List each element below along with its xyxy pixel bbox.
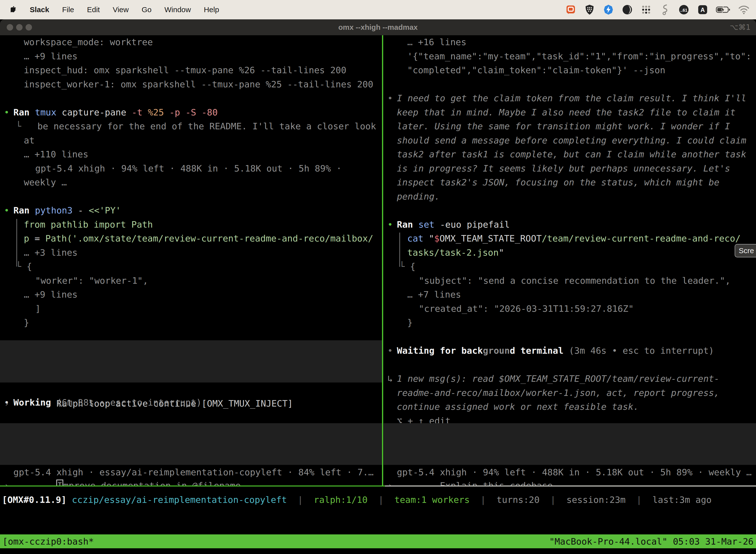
- text-segment: inspect task2's JSON, focusing on the st…: [397, 177, 719, 187]
- terminal-line: ↳1 new msg(s): read $OMX_TEAM_STATE_ROOT…: [383, 372, 756, 386]
- terminal-line: •Ran tmux capture-pane -t %25 -p -S -80: [0, 106, 382, 120]
- menu-item-slack[interactable]: Slack: [25, 5, 56, 14]
- text-segment: Ran: [13, 107, 35, 117]
- text-segment: '{"team_name":"my-team","task_id":"1","f…: [407, 51, 751, 61]
- output-connector-line: [16, 219, 17, 267]
- right-pane-output: … +16 lines'{"team_name":"my-team","task…: [383, 35, 756, 428]
- text-segment: task2 after task1 is complete, but can I…: [397, 149, 746, 159]
- menu-item-window[interactable]: Window: [158, 5, 197, 14]
- terminal-line: continue assigned work or next feasible …: [383, 400, 756, 414]
- terminal-line: [383, 358, 756, 372]
- text-segment: <<'PY': [88, 205, 121, 215]
- agent-pane-right[interactable]: … +16 lines'{"team_name":"my-team","task…: [383, 35, 756, 486]
- terminal-line: cat "$OMX_TEAM_STATE_ROOT/team/review-cu…: [383, 232, 756, 246]
- terminal-line: from pathlib import Path: [0, 218, 382, 232]
- shield-grid-icon[interactable]: [584, 4, 595, 15]
- text-segment: I need to get the claim token from the c…: [397, 93, 746, 103]
- terminal-line: [0, 91, 382, 106]
- text-segment: session:23m: [567, 495, 626, 505]
- text-segment: |: [470, 495, 497, 505]
- terminal-line: "created_at": "2026-03-31T11:59:27.816Z": [383, 302, 756, 316]
- dots-grid-icon[interactable]: [640, 4, 652, 15]
- text-segment: inspect_worker-1: omx sparkshell --tmux-…: [24, 79, 373, 89]
- wifi-icon[interactable]: [738, 4, 750, 15]
- menu-item-file[interactable]: File: [56, 5, 80, 14]
- window-title: omx --xhigh --madmax: [0, 19, 756, 35]
- text-segment: |: [368, 495, 394, 505]
- text-segment: /team/review-current-readme-and-reco/: [542, 233, 741, 243]
- badge-61-label: ..61: [680, 8, 687, 13]
- text-segment: └: [16, 261, 26, 272]
- text-segment: -t: [132, 107, 148, 117]
- text-segment: }: [24, 318, 29, 328]
- terminal-line: •I need to get the claim token from the …: [383, 91, 756, 106]
- text-segment: %25: [148, 107, 170, 117]
- agent-pane-left[interactable]: workspace_mode: worktree… +9 linesinspec…: [0, 35, 382, 486]
- battery-charging-icon[interactable]: [716, 4, 731, 15]
- text-segment: └: [399, 261, 410, 272]
- input-source-a-icon[interactable]: A: [697, 4, 708, 15]
- text-segment: p: [24, 233, 35, 243]
- text-segment: team:1 workers: [394, 495, 469, 505]
- line-bullet-icon: •: [4, 204, 9, 218]
- terminal-line: readme-and-reco/mailbox/worker-1.json, a…: [383, 386, 756, 400]
- terminal-line: inspect_hud: omx sparkshell --tmux-pane …: [0, 63, 382, 77]
- text-segment: (6m 38s • esc to interrupt): [51, 397, 202, 407]
- terminal-line: p = Path('.omx/state/team/review-current…: [0, 232, 382, 246]
- text-segment: $: [434, 233, 440, 243]
- window-hotkey-badge: ⌥⌘1: [730, 19, 751, 35]
- moon-circle-icon[interactable]: [622, 4, 633, 15]
- right-pane-status-bar: gpt-5.4 xhigh · 94% left · 488K in · 5.1…: [383, 465, 756, 480]
- tmux-session-label: [omx-cczip0:bash*: [2, 536, 94, 547]
- terminal-line: [383, 330, 756, 344]
- hex-bolt-icon[interactable]: [603, 4, 614, 15]
- text-segment: Ran: [13, 205, 35, 215]
- text-segment: … +16 lines: [407, 37, 466, 47]
- text-segment: … +110 lines: [24, 149, 88, 159]
- tmux-vertical-pane-border[interactable]: [382, 35, 383, 486]
- chat-bubble-icon[interactable]: [565, 4, 576, 15]
- terminal-line: [383, 77, 756, 92]
- terminal-line: gpt-5.4 xhigh · 94% left · 488K in · 5.1…: [0, 162, 382, 176]
- terminal-line: … +9 lines: [0, 49, 382, 63]
- app-menus: SlackFileEditViewGoWindowHelp: [25, 5, 226, 14]
- squiggle-icon[interactable]: [659, 4, 671, 15]
- apple-menu-icon[interactable]: [9, 6, 18, 14]
- left-prompt-input[interactable]: ›Improve documentation in @filename: [0, 423, 382, 465]
- menu-item-go[interactable]: Go: [135, 5, 158, 14]
- text-segment: Path('.omx/state/team/review-current-rea…: [45, 233, 373, 243]
- terminal-line: is in progress? It seems likely but perh…: [383, 162, 756, 176]
- menu-item-help[interactable]: Help: [197, 5, 226, 14]
- line-bullet-icon: •: [387, 91, 393, 106]
- text-cursor: I: [56, 480, 63, 486]
- text-segment: groun: [483, 345, 510, 356]
- menu-item-edit[interactable]: Edit: [81, 5, 107, 14]
- right-prompt-input[interactable]: ›Explain this codebase: [383, 423, 756, 465]
- text-segment: d terminal: [510, 345, 564, 356]
- ralph-loop-line: ›Ralph loop active continue [OMX_TMUX_IN…: [0, 340, 382, 383]
- terminal-line: task2 after task1 is complete, but can I…: [383, 148, 756, 162]
- terminal-line: tasks/task-2.json": [383, 246, 756, 260]
- text-segment: last:3m ago: [652, 495, 712, 505]
- text-segment: ": [499, 247, 504, 258]
- screen-overlay-chip[interactable]: Scre: [735, 244, 756, 258]
- badge-61-icon[interactable]: ..61: [678, 4, 690, 15]
- menu-item-view[interactable]: View: [106, 5, 135, 14]
- terminal-line: pending.: [383, 189, 756, 204]
- terminal-line: should send a message before completing …: [383, 133, 756, 148]
- text-segment: Ran: [397, 219, 419, 230]
- text-segment: should send a message before completing …: [397, 135, 746, 146]
- tmux-host-time-label: "MacBook-Pro-44.local" 05:03 31-Mar-26: [549, 536, 754, 547]
- text-segment: workspace_mode: worktree: [24, 37, 153, 47]
- output-connector-line: [399, 233, 400, 267]
- text-segment: -p -S -80: [170, 107, 218, 117]
- terminal-area: workspace_mode: worktree… +9 linesinspec…: [0, 35, 756, 486]
- text-segment: from pathlib import Path: [24, 219, 153, 230]
- text-segment: -euo pipefail: [440, 219, 510, 230]
- text-segment: (3m 46s • esc to interrupt): [564, 345, 714, 356]
- text-segment: … +7 lines: [407, 289, 461, 299]
- tmux-status-bar: [omx-cczip0:bash* "MacBook-Pro-44.local"…: [0, 535, 756, 548]
- terminal-line: [383, 204, 756, 218]
- text-segment: ]: [35, 303, 41, 314]
- ralph-loop-panel: ›Ralph loop active continue [OMX_TMUX_IN…: [0, 340, 382, 383]
